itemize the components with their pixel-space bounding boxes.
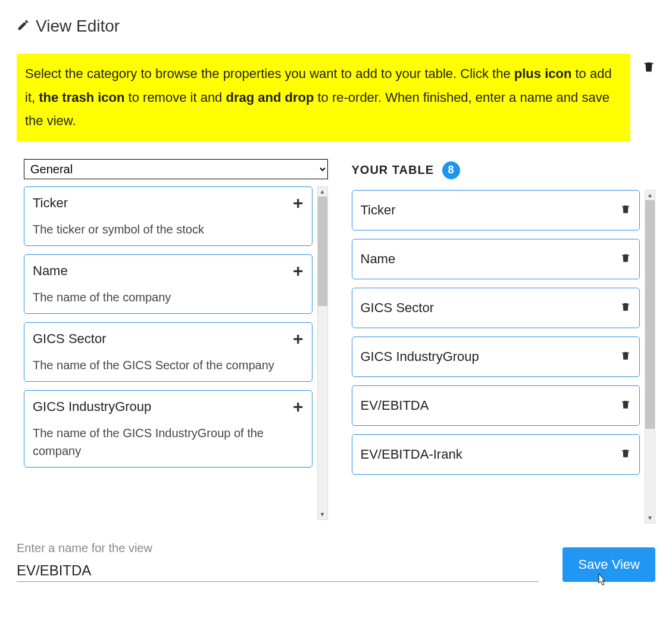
- your-table-header: YOUR TABLE 8: [352, 159, 656, 179]
- add-property-button[interactable]: +: [293, 398, 304, 416]
- scroll-up-arrow-icon[interactable]: ▲: [318, 187, 327, 197]
- table-column-card[interactable]: EV/EBITDA: [352, 385, 640, 426]
- table-column-title: Name: [361, 251, 396, 267]
- properties-list: Ticker+The ticker or symbol of the stock…: [24, 186, 315, 520]
- property-title: GICS IndustryGroup: [33, 399, 151, 415]
- view-name-input[interactable]: [17, 560, 539, 582]
- column-count-badge: 8: [442, 161, 460, 179]
- remove-column-button[interactable]: [620, 252, 631, 266]
- editor-columns: General Ticker+The ticker or symbol of t…: [24, 159, 655, 524]
- remove-column-button[interactable]: [620, 350, 631, 364]
- property-card: GICS IndustryGroup+The name of the GICS …: [24, 390, 312, 468]
- property-description: The name of the company: [33, 288, 304, 306]
- scroll-thumb[interactable]: [645, 200, 655, 429]
- table-column-card[interactable]: EV/EBITDA-Irank: [352, 434, 640, 475]
- property-title: Ticker: [33, 195, 68, 211]
- property-description: The name of the GICS Sector of the compa…: [33, 356, 304, 374]
- scroll-up-arrow-icon[interactable]: ▲: [645, 191, 655, 200]
- property-title: Name: [33, 263, 68, 279]
- scroll-down-arrow-icon[interactable]: ▼: [318, 510, 327, 519]
- footer-row: Enter a name for the view Save View: [17, 541, 655, 582]
- page-header: View Editor: [17, 17, 655, 36]
- your-table-list: TickerNameGICS SectorGICS IndustryGroupE…: [352, 190, 643, 524]
- cursor-pointer-icon: [595, 572, 607, 590]
- instructions-bold: drag and drop: [226, 90, 314, 105]
- trash-icon: [642, 60, 655, 74]
- property-description: The name of the GICS IndustryGroup of th…: [33, 424, 304, 460]
- your-table-column: YOUR TABLE 8 TickerNameGICS SectorGICS I…: [352, 159, 656, 524]
- table-column-card[interactable]: Ticker: [352, 190, 640, 230]
- property-card: Name+The name of the company: [24, 254, 312, 314]
- add-property-button[interactable]: +: [293, 262, 304, 280]
- properties-scrollbar[interactable]: ▲ ▼: [317, 186, 328, 520]
- properties-column: General Ticker+The ticker or symbol of t…: [24, 159, 328, 524]
- table-column-title: GICS Sector: [361, 300, 434, 316]
- scroll-track[interactable]: [645, 200, 655, 513]
- save-view-button[interactable]: Save View: [562, 547, 655, 582]
- pencil-icon: [17, 17, 30, 36]
- instructions-row: Select the category to browse the proper…: [17, 54, 655, 141]
- page-title: View Editor: [36, 17, 120, 36]
- property-card: Ticker+The ticker or symbol of the stock: [24, 186, 312, 246]
- remove-column-button[interactable]: [620, 301, 631, 315]
- save-view-label: Save View: [578, 557, 640, 572]
- clear-all-button[interactable]: [642, 54, 655, 76]
- your-table-label: YOUR TABLE: [352, 163, 435, 177]
- category-select[interactable]: General: [24, 159, 328, 179]
- add-property-button[interactable]: +: [293, 194, 304, 212]
- table-column-title: EV/EBITDA-Irank: [361, 447, 462, 462]
- scroll-track[interactable]: [318, 197, 327, 510]
- property-card: GICS Sector+The name of the GICS Sector …: [24, 322, 312, 382]
- table-column-card[interactable]: GICS Sector: [352, 288, 640, 328]
- remove-column-button[interactable]: [620, 203, 631, 217]
- scroll-down-arrow-icon[interactable]: ▼: [645, 513, 655, 523]
- add-property-button[interactable]: +: [293, 330, 304, 348]
- instructions-bold: plus icon: [514, 66, 572, 81]
- table-column-card[interactable]: GICS IndustryGroup: [352, 337, 640, 377]
- property-description: The ticker or symbol of the stock: [33, 220, 304, 238]
- instructions-text: to remove it and: [124, 90, 226, 105]
- table-column-title: EV/EBITDA: [361, 398, 429, 413]
- table-column-title: Ticker: [361, 203, 396, 218]
- remove-column-button[interactable]: [620, 447, 631, 462]
- scroll-thumb[interactable]: [318, 197, 327, 306]
- instructions-banner: Select the category to browse the proper…: [17, 54, 630, 141]
- table-column-card[interactable]: Name: [352, 239, 640, 279]
- instructions-bold: the trash icon: [39, 90, 124, 105]
- instructions-text: Select the category to browse the proper…: [25, 66, 514, 81]
- your-table-scrollbar[interactable]: ▲ ▼: [645, 190, 655, 524]
- property-title: GICS Sector: [33, 331, 106, 347]
- view-name-label: Enter a name for the view: [17, 541, 539, 555]
- view-name-field: Enter a name for the view: [17, 541, 539, 582]
- table-column-title: GICS IndustryGroup: [361, 349, 479, 365]
- remove-column-button[interactable]: [620, 398, 631, 413]
